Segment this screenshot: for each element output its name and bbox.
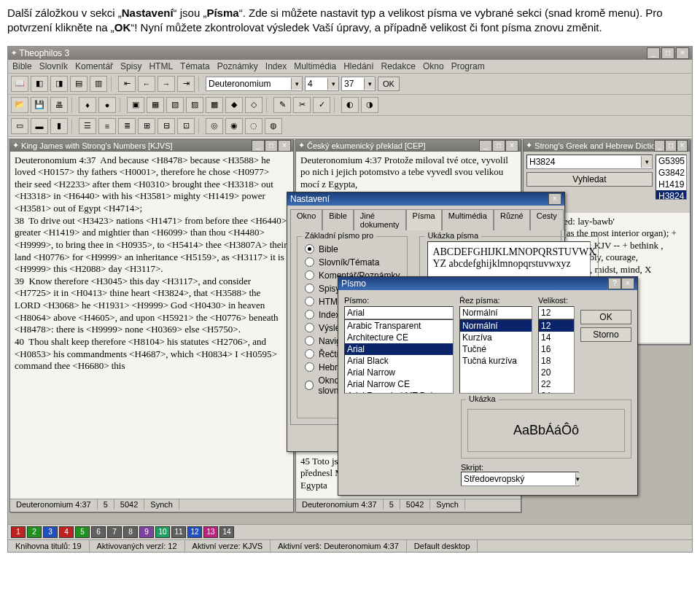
desktop-button[interactable]: 10 <box>155 526 170 538</box>
save-icon[interactable]: 💾 <box>31 97 48 113</box>
dialog-titlebar[interactable]: Písmo?× <box>338 277 637 290</box>
radio-icon[interactable] <box>305 349 314 359</box>
tool-button[interactable]: ● <box>98 97 116 113</box>
list-item[interactable]: Arial Rounded MT Bol <box>345 390 453 394</box>
close-button[interactable]: × <box>505 140 518 152</box>
chevron-down-icon[interactable]: ▾ <box>575 473 580 485</box>
tab-pisma[interactable]: Písma <box>406 209 442 230</box>
tool-button[interactable]: ◨ <box>50 76 68 92</box>
close-button[interactable]: × <box>278 140 291 152</box>
child-titlebar[interactable]: ✦ King James with Strong's Numbers [KJVS… <box>10 140 293 152</box>
open-icon[interactable]: 📂 <box>11 97 28 113</box>
strong-input[interactable]: ▾ <box>526 155 653 169</box>
chevron-down-icon[interactable]: ▾ <box>641 156 652 168</box>
radio-icon[interactable] <box>305 336 314 346</box>
maximize-button[interactable]: □ <box>492 140 505 152</box>
tool-button[interactable]: ▭ <box>11 118 28 134</box>
radio-icon[interactable] <box>305 381 314 390</box>
desktop-button[interactable]: 13 <box>203 526 218 538</box>
search-button[interactable]: Vyhledat <box>526 172 653 187</box>
maximize-button[interactable]: □ <box>665 140 676 152</box>
app-titlebar[interactable]: ✦ Theophilos 3 _ □ × <box>8 47 692 60</box>
list-item[interactable]: Kurzíva <box>460 332 532 343</box>
font-name-input[interactable] <box>344 306 454 319</box>
tool-button[interactable]: ▣ <box>127 97 144 113</box>
tool-button[interactable]: ≡ <box>98 118 116 134</box>
desktop-button[interactable]: 5 <box>75 526 90 538</box>
list-item[interactable]: Arial Narrow CE <box>345 378 453 390</box>
list-item[interactable]: 18 <box>539 355 574 367</box>
child-titlebar[interactable]: ✦ Strong's Greek and Hebrew Dictionaries… <box>524 140 690 152</box>
chevron-down-icon[interactable]: ▾ <box>364 78 375 90</box>
list-item[interactable]: Architecture CE <box>345 332 453 343</box>
font-list[interactable]: Arabic TransparentArchitecture CEArialAr… <box>344 319 454 394</box>
tool-button[interactable]: ▩ <box>206 97 223 113</box>
close-button[interactable]: × <box>676 47 689 59</box>
tool-button[interactable]: ⇥ <box>177 76 195 92</box>
tool-button[interactable]: ✂ <box>293 97 311 113</box>
tool-button[interactable]: ▨ <box>186 97 203 113</box>
tool-button[interactable]: ☰ <box>79 118 96 134</box>
list-item[interactable]: Tučná kurzíva <box>460 355 532 367</box>
tool-button[interactable]: ▬ <box>31 118 48 134</box>
tab-cesty[interactable]: Cesty <box>530 209 564 230</box>
list-item[interactable]: Arial Black <box>345 355 453 367</box>
minimize-button[interactable]: _ <box>647 47 660 59</box>
desktop-button[interactable]: 6 <box>91 526 106 538</box>
list-item[interactable]: Arabic Transparent <box>345 320 453 332</box>
minimize-button[interactable]: _ <box>479 140 492 152</box>
help-button[interactable]: ? <box>608 278 621 289</box>
minimize-button[interactable]: _ <box>252 140 265 152</box>
tool-button[interactable]: ▦ <box>147 97 164 113</box>
go-button[interactable]: OK <box>378 77 400 91</box>
tool-button[interactable]: ⊡ <box>177 118 195 134</box>
menu-item[interactable]: Poznámky <box>217 61 258 71</box>
chapter-combo[interactable]: ▾ <box>305 77 339 91</box>
tab-jine[interactable]: Jiné dokumenty <box>354 209 406 230</box>
tool-button[interactable]: ✓ <box>313 97 330 113</box>
chevron-down-icon[interactable]: ▾ <box>327 78 338 90</box>
desktop-button[interactable]: 8 <box>123 526 138 538</box>
radio-icon[interactable] <box>305 270 314 280</box>
tab-bible[interactable]: Bible <box>322 209 353 230</box>
tool-button[interactable]: ◆ <box>225 97 243 113</box>
radio-option[interactable]: Slovník/Témata <box>305 257 400 268</box>
desktop-button[interactable]: 14 <box>219 526 234 538</box>
tool-button[interactable]: ✎ <box>273 97 291 113</box>
tool-button[interactable]: ♦ <box>79 97 96 113</box>
radio-option[interactable]: Bible <box>305 244 400 254</box>
tool-button[interactable]: ◧ <box>31 76 48 92</box>
menu-item[interactable]: Hledání <box>343 61 373 71</box>
desktop-button[interactable]: 9 <box>139 526 154 538</box>
print-icon[interactable]: 🖶 <box>50 97 68 113</box>
list-item[interactable]: Arial Narrow <box>345 367 453 378</box>
tool-button[interactable]: ← <box>138 76 155 92</box>
menu-item[interactable]: Redakce <box>381 61 416 71</box>
menu-item[interactable]: Slovník <box>39 61 68 71</box>
menu-item[interactable]: Index <box>265 61 287 71</box>
list-item[interactable]: Normální <box>460 320 532 332</box>
radio-icon[interactable] <box>305 310 314 319</box>
close-button[interactable]: × <box>677 140 688 152</box>
tool-button[interactable]: ▧ <box>166 97 184 113</box>
list-item[interactable]: 24 <box>539 390 574 394</box>
tool-button[interactable]: ◐ <box>341 97 359 113</box>
tab-okno[interactable]: Okno <box>290 209 322 230</box>
menu-item[interactable]: Komentář <box>75 61 113 71</box>
radio-icon[interactable] <box>305 297 314 306</box>
tool-button[interactable]: ▥ <box>90 76 107 92</box>
tool-button[interactable]: ◎ <box>206 118 223 134</box>
list-item[interactable]: 20 <box>539 367 574 378</box>
tool-button[interactable]: 📖 <box>11 76 28 92</box>
tool-button[interactable]: ⇤ <box>118 76 136 92</box>
radio-icon[interactable] <box>305 323 314 332</box>
child-titlebar[interactable]: ✦ Český ekumenický překlad [CEP] _□× <box>296 140 521 152</box>
tool-button[interactable]: ≣ <box>118 118 136 134</box>
tab-ruzne[interactable]: Různé <box>494 209 530 230</box>
menu-item[interactable]: Témata <box>180 61 210 71</box>
tool-button[interactable]: ◑ <box>361 97 378 113</box>
minimize-button[interactable]: _ <box>654 140 665 152</box>
radio-icon[interactable] <box>305 284 314 293</box>
font-size-input[interactable] <box>538 306 575 319</box>
list-item[interactable]: Tučné <box>460 343 532 355</box>
